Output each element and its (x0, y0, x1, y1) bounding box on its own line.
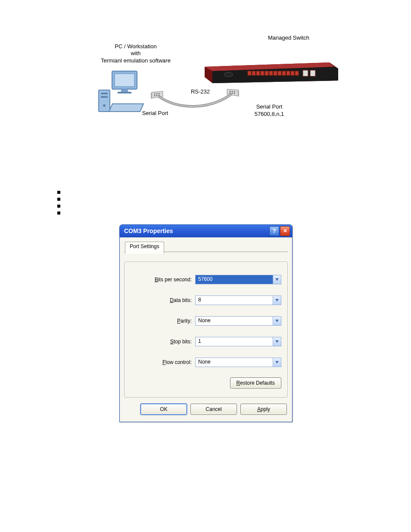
svg-point-25 (224, 72, 233, 77)
ok-button[interactable]: OK (140, 404, 187, 415)
stop-bits-value: 1 (196, 337, 273, 346)
svg-rect-16 (269, 71, 273, 75)
tab-label: Port Settings (130, 243, 159, 249)
svg-marker-46 (275, 361, 279, 364)
svg-rect-13 (256, 71, 260, 75)
workstation-icon (97, 70, 149, 113)
pc-label-line3: Termianl emulation software (71, 57, 200, 64)
svg-rect-11 (248, 71, 251, 75)
dialog-title: COM3 Properties (124, 227, 268, 234)
tab-strip: Port Settings (124, 242, 288, 252)
svg-marker-45 (275, 340, 279, 343)
serial-port-right-line1: Serial Port (230, 103, 308, 111)
svg-point-36 (230, 91, 231, 92)
svg-rect-24 (310, 70, 315, 76)
svg-point-37 (232, 91, 233, 92)
svg-rect-23 (303, 70, 308, 76)
svg-rect-15 (265, 71, 268, 75)
svg-rect-5 (101, 93, 108, 94)
stop-bits-combo[interactable]: 1 (195, 337, 281, 346)
serial-port-label-right: Serial Port 57600,8,n,1 (230, 103, 308, 118)
svg-rect-19 (282, 71, 286, 75)
parity-combo[interactable]: None (195, 316, 281, 326)
svg-marker-42 (275, 278, 279, 281)
titlebar[interactable]: COM3 Properties ? ✕ (119, 224, 293, 237)
svg-point-28 (154, 93, 156, 95)
svg-marker-27 (151, 92, 152, 99)
close-icon: ✕ (283, 228, 287, 234)
square-bullet-icon (57, 212, 60, 215)
svg-rect-22 (295, 71, 299, 75)
pc-label: PC / Workstation with Termianl emulation… (71, 43, 200, 64)
svg-marker-44 (275, 320, 279, 322)
bits-per-second-value: 57600 (196, 275, 273, 284)
serial-cable-icon (157, 93, 233, 108)
svg-rect-12 (252, 71, 255, 75)
flow-control-value: None (196, 358, 273, 367)
chevron-down-icon[interactable] (273, 358, 281, 367)
cancel-button[interactable]: Cancel (190, 404, 237, 415)
bits-per-second-label: Bits per second: (155, 277, 192, 283)
pc-label-line1: PC / Workstation (71, 43, 200, 50)
apply-button[interactable]: Apply (240, 404, 287, 415)
svg-rect-17 (274, 71, 277, 75)
stop-bits-label: Stop bits: (170, 339, 192, 345)
managed-switch-icon (205, 58, 338, 84)
svg-rect-20 (286, 71, 290, 75)
square-bullet-icon (57, 191, 60, 194)
svg-rect-3 (118, 92, 131, 93)
port-settings-group: Bits per second: 57600 Data bits: 8 (124, 261, 288, 398)
com-properties-dialog: COM3 Properties ? ✕ Port Settings Bits p… (119, 224, 293, 422)
parity-label: Parity: (177, 318, 192, 324)
flow-control-label: Flow control: (162, 359, 192, 365)
svg-marker-35 (238, 90, 239, 97)
bullet-list (57, 191, 60, 215)
svg-rect-1 (115, 74, 134, 87)
svg-point-31 (154, 95, 156, 96)
tab-port-settings[interactable]: Port Settings (125, 242, 164, 254)
square-bullet-icon (57, 205, 60, 208)
chevron-down-icon[interactable] (273, 337, 281, 346)
parity-value: None (196, 317, 273, 325)
bits-per-second-combo[interactable]: 57600 (195, 275, 281, 284)
chevron-down-icon[interactable] (273, 275, 281, 284)
switch-label: Managed Switch (241, 34, 336, 41)
serial-port-right-line2: 57600,8,n,1 (230, 111, 308, 118)
chevron-down-icon[interactable] (273, 317, 281, 325)
pc-label-line2: with (71, 50, 200, 57)
flow-control-combo[interactable]: None (195, 358, 281, 367)
svg-rect-2 (121, 89, 128, 92)
help-icon: ? (272, 227, 276, 234)
data-bits-combo[interactable]: 8 (195, 296, 281, 305)
data-bits-value: 8 (196, 296, 273, 305)
restore-defaults-button[interactable]: Restore Defaults (230, 377, 281, 389)
svg-rect-14 (261, 71, 264, 75)
help-button[interactable]: ? (269, 226, 279, 236)
close-button[interactable]: ✕ (280, 226, 290, 236)
svg-marker-43 (275, 299, 279, 302)
connection-diagram: PC / Workstation with Termianl emulation… (71, 34, 347, 125)
square-bullet-icon (57, 198, 60, 201)
svg-rect-21 (291, 71, 294, 75)
chevron-down-icon[interactable] (273, 296, 281, 305)
svg-point-38 (234, 91, 235, 93)
data-bits-label: Data bits: (170, 297, 192, 303)
svg-point-7 (103, 104, 106, 107)
svg-point-41 (234, 93, 235, 94)
svg-rect-6 (101, 96, 108, 98)
svg-rect-18 (278, 71, 281, 75)
